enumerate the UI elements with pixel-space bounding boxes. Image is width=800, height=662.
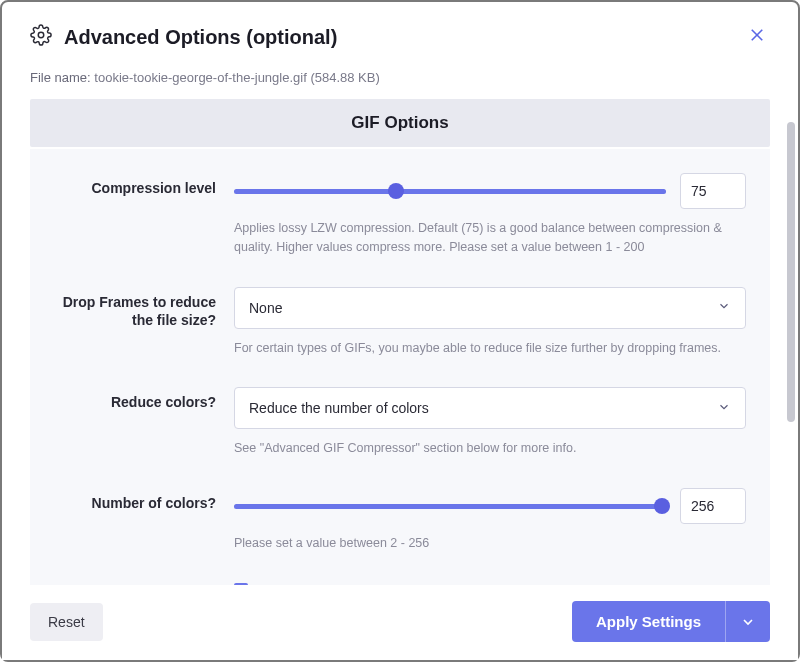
modal-title: Advanced Options (optional) <box>64 26 337 49</box>
option-row-num-colors: Number of colors? Please set a value bet… <box>54 488 746 553</box>
compression-input[interactable] <box>680 173 746 209</box>
svg-point-0 <box>38 32 44 38</box>
slider-fill <box>234 504 666 509</box>
modal-footer: Reset Apply Settings <box>2 585 798 660</box>
num-colors-label: Number of colors? <box>54 488 234 553</box>
slider-fill <box>234 189 666 194</box>
file-name-label: File name: <box>30 70 91 85</box>
reset-button[interactable]: Reset <box>30 603 103 641</box>
checkbox-icon[interactable] <box>234 583 248 585</box>
compression-help: Applies lossy LZW compression. Default (… <box>234 219 746 257</box>
scrollbar-thumb[interactable] <box>787 122 795 422</box>
drop-frames-label: Drop Frames to reduce the file size? <box>54 287 234 358</box>
options-scroll-area: GIF Options Compression level Applies lo… <box>2 99 798 585</box>
options-body: Compression level Applies lossy LZW comp… <box>30 149 770 585</box>
file-name-value: tookie-tookie-george-of-the-jungle.gif (… <box>94 70 379 85</box>
reduce-colors-select[interactable]: Reduce the number of colors <box>234 387 746 429</box>
advanced-options-modal: Advanced Options (optional) File name: t… <box>0 0 800 662</box>
drop-frames-select[interactable]: None <box>234 287 746 329</box>
reduce-colors-label: Reduce colors? <box>54 387 234 458</box>
drop-frames-help: For certain types of GIFs, you maybe abl… <box>234 339 746 358</box>
slider-thumb[interactable] <box>654 498 670 514</box>
num-colors-input[interactable] <box>680 488 746 524</box>
chevron-down-icon <box>717 400 731 417</box>
option-row-drop-frames: Drop Frames to reduce the file size? Non… <box>54 287 746 358</box>
slider-thumb[interactable] <box>388 183 404 199</box>
reduce-colors-help: See "Advanced GIF Compressor" section be… <box>234 439 746 458</box>
gear-icon <box>30 24 52 50</box>
file-name-line: File name: tookie-tookie-george-of-the-j… <box>2 62 798 99</box>
chevron-down-icon <box>717 299 731 316</box>
apply-dropdown-button[interactable] <box>725 601 770 642</box>
close-icon[interactable] <box>744 22 770 52</box>
compression-slider[interactable] <box>234 181 666 201</box>
num-colors-slider[interactable] <box>234 496 666 516</box>
option-row-compression: Compression level Applies lossy LZW comp… <box>54 173 746 257</box>
modal-header: Advanced Options (optional) <box>2 2 798 62</box>
apply-settings-button[interactable]: Apply Settings <box>572 601 725 642</box>
section-header: GIF Options <box>30 99 770 147</box>
reduce-colors-value: Reduce the number of colors <box>249 400 429 416</box>
option-row-cutoff <box>54 583 746 585</box>
drop-frames-value: None <box>249 300 282 316</box>
option-row-reduce-colors: Reduce colors? Reduce the number of colo… <box>54 387 746 458</box>
compression-label: Compression level <box>54 173 234 257</box>
num-colors-help: Please set a value between 2 - 256 <box>234 534 746 553</box>
